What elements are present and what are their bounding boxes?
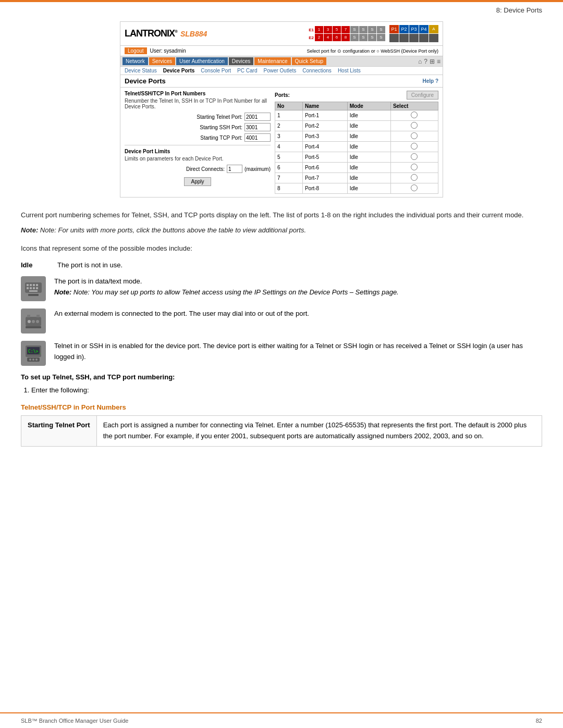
port-select[interactable] [390, 173, 438, 183]
port-2[interactable]: 2 [315, 34, 323, 41]
list-icon[interactable]: ≡ [437, 58, 440, 65]
configure-button[interactable]: Configure [407, 91, 438, 100]
port-select[interactable] [390, 121, 438, 131]
data-text-content: The port is in data/text mode. Note: Not… [54, 276, 542, 298]
user-area: Logout User: sysadmin [125, 47, 186, 54]
p7-btn[interactable] [409, 34, 419, 42]
subnav-device-status[interactable]: Device Status [125, 68, 157, 73]
ports-label: Ports: [275, 92, 290, 98]
subnav-connections[interactable]: Connections [302, 68, 332, 73]
config-radio-icon: ⊙ [337, 48, 343, 54]
p2-btn[interactable]: P2 [399, 25, 409, 33]
nav-user-auth[interactable]: User Authentication [176, 57, 228, 65]
left-section-title: Telnet/SSH/TCP In Port Numbers [125, 91, 271, 96]
p8-btn[interactable] [419, 34, 429, 42]
p4-btn[interactable]: P4 [419, 25, 429, 33]
port-3[interactable]: 3 [324, 26, 332, 33]
port-s2[interactable]: S [359, 26, 368, 33]
direct-connects-row: Direct Connects: (maximum) [125, 165, 271, 173]
ui-subnav: Device Status Device Ports Console Port … [120, 67, 443, 75]
port-4[interactable]: 4 [324, 34, 332, 41]
subnav-pc-card[interactable]: PC Card [237, 68, 257, 73]
nav-services[interactable]: Services [149, 57, 175, 65]
subnav-power-outlets[interactable]: Power Outlets [263, 68, 296, 73]
definition-table: Starting Telnet Port Each port is assign… [21, 415, 542, 447]
ui-logo: LANTRONIX® SLB884 [125, 28, 207, 39]
port-select[interactable] [390, 142, 438, 152]
port-s8[interactable]: S [377, 34, 385, 41]
webssh-radio-label[interactable]: WebSSH (Device Port only) [381, 48, 438, 54]
p5-btn[interactable] [389, 34, 399, 42]
home-icon[interactable]: ⌂ [418, 58, 422, 65]
help-icon[interactable]: ? [424, 58, 427, 65]
p3-btn[interactable]: P3 [409, 25, 419, 33]
starting-tcp-input[interactable] [244, 133, 271, 142]
port-5[interactable]: 5 [333, 26, 341, 33]
svg-rect-6 [30, 287, 32, 289]
subnav-host-lists[interactable]: Host Lists [338, 68, 361, 73]
config-radio-label[interactable]: configuration [343, 48, 370, 54]
port-8[interactable]: 8 [341, 34, 350, 41]
svg-rect-1 [27, 284, 29, 286]
port-radio[interactable] [411, 153, 418, 160]
p-buttons-bottom [389, 34, 438, 42]
select-port-area: Select port for ⊙ configuration or ○ Web… [307, 48, 438, 54]
data-text-mode-section: The port is in data/text mode. Note: Not… [21, 276, 542, 301]
starting-ssh-input[interactable] [244, 123, 271, 131]
telnet-svg: C:\>_ [23, 343, 44, 364]
print-icon[interactable]: ⊞ [430, 58, 435, 65]
port-a[interactable]: A [429, 25, 438, 33]
direct-connects-input[interactable] [227, 165, 242, 173]
col-name: Name [302, 102, 347, 110]
port-select[interactable] [390, 110, 438, 121]
svg-rect-17 [36, 315, 40, 317]
p9-btn[interactable] [429, 34, 438, 42]
subnav-console-port[interactable]: Console Port [201, 68, 231, 73]
p1-btn[interactable]: P1 [389, 25, 399, 33]
nav-devices[interactable]: Devices [229, 57, 254, 65]
port-select[interactable] [390, 163, 438, 173]
svg-point-14 [36, 320, 39, 323]
chapter-header: 8: Device Ports [0, 2, 563, 16]
port-6[interactable]: 6 [333, 34, 341, 41]
port-s5[interactable]: S [350, 34, 359, 41]
starting-telnet-input[interactable] [244, 113, 271, 121]
starting-tcp-row: Starting TCP Port: [125, 133, 271, 142]
maximum-label: (maximum) [244, 166, 271, 172]
col-no: No [275, 102, 303, 110]
ui-screenshot-box: LANTRONIX® SLB884 E1 1 3 5 7 S S [120, 21, 443, 198]
nav-maintenance[interactable]: Maintenance [254, 57, 290, 65]
subnav-device-ports[interactable]: Device Ports [163, 68, 195, 73]
port-name: Port-4 [302, 142, 347, 152]
e2-ports: 2 4 6 8 S S S S [315, 34, 385, 41]
port-s6[interactable]: S [359, 34, 368, 41]
port-s7[interactable]: S [368, 34, 376, 41]
port-select[interactable] [390, 152, 438, 163]
port-radio[interactable] [411, 164, 418, 170]
ports-header: Ports: Configure [275, 91, 438, 100]
port-1[interactable]: 1 [315, 26, 323, 33]
nav-quick-setup[interactable]: Quick Setup [292, 57, 326, 65]
left-section-desc: Renumber the Telnet In, SSH In or TCP In… [125, 98, 271, 109]
port-s3[interactable]: S [368, 26, 376, 33]
port-radio[interactable] [411, 184, 418, 191]
p6-btn[interactable] [399, 34, 409, 42]
port-s1[interactable]: S [350, 26, 359, 33]
data-text-note: Note: Note: You may set up ports to allo… [54, 287, 542, 298]
port-select[interactable] [390, 131, 438, 142]
port-select[interactable] [390, 183, 438, 194]
select-port-label: Select port for [307, 48, 336, 54]
table-row: 8 Port-8 Idle [275, 183, 438, 194]
help-link[interactable]: Help ? [422, 78, 438, 84]
logout-button[interactable]: Logout [125, 47, 147, 54]
port-radio[interactable] [411, 143, 418, 150]
nav-network[interactable]: Network [123, 57, 148, 65]
port-7[interactable]: 7 [341, 26, 350, 33]
port-s4[interactable]: S [377, 26, 385, 33]
port-radio[interactable] [411, 132, 418, 139]
port-radio[interactable] [411, 122, 418, 129]
port-radio[interactable] [411, 112, 418, 118]
def-term-cell: Starting Telnet Port [21, 416, 97, 447]
apply-button[interactable]: Apply [184, 177, 211, 186]
port-radio[interactable] [411, 174, 418, 181]
